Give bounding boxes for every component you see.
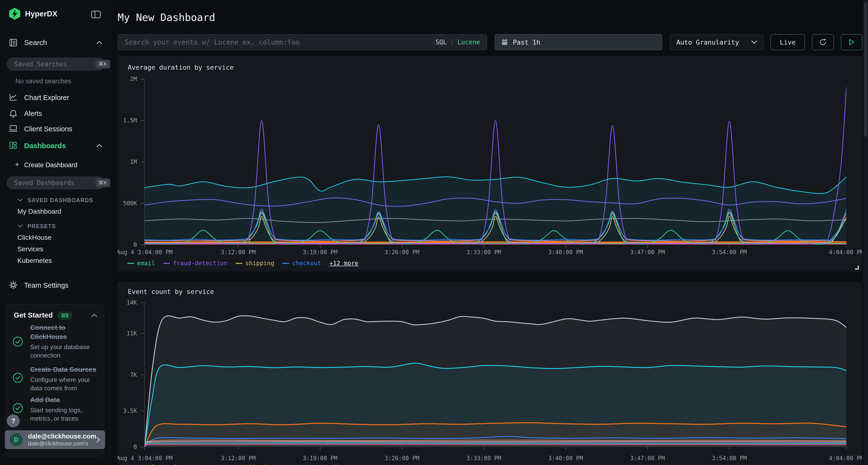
legend-item[interactable]: shipping <box>236 464 274 465</box>
sidebar-item-search[interactable]: Search <box>0 37 111 49</box>
legend-dash <box>163 263 170 264</box>
time-range-value: Past 1h <box>513 38 540 46</box>
sidebar-collapse-icon[interactable] <box>91 10 101 19</box>
sidebar-item-my-dashboard[interactable]: My Dashboard <box>18 208 61 215</box>
user-menu[interactable]: D dale@clickhouse.com dale@clickhouse.co… <box>5 430 105 449</box>
y-axis-tick-label: 1.5M <box>118 117 137 124</box>
chart-explorer-icon <box>9 93 18 102</box>
nav-label: Chart Explorer <box>24 94 69 102</box>
legend-dash <box>127 263 134 264</box>
sidebar-item-dashboards[interactable]: Dashboards <box>0 139 111 152</box>
x-axis-tick <box>145 245 145 248</box>
x-axis-tick-label: 3:19:00 PM <box>282 455 359 462</box>
x-axis-tick-label: Aug 4 3:04:00 PM <box>118 248 183 256</box>
scrollbar-thumb[interactable] <box>864 2 867 137</box>
create-dashboard-button[interactable]: + Create Dashboard <box>0 160 111 170</box>
sidebar-item-chart-explorer[interactable]: Chart Explorer <box>0 92 111 103</box>
x-axis-tick-label: 3:26:00 PM <box>363 248 440 256</box>
legend-item[interactable]: fraud-detection <box>163 260 227 267</box>
sidebar-item-client-sessions[interactable]: Client Sessions <box>0 123 111 134</box>
sidebar-item-alerts[interactable]: Alerts <box>0 107 111 119</box>
legend-dash <box>282 263 289 264</box>
legend-item[interactable]: fraud-detection <box>163 464 227 465</box>
panel-resize-handle[interactable] <box>855 266 859 270</box>
sql-toggle[interactable]: SQL <box>435 38 447 46</box>
x-axis-tick <box>320 447 320 450</box>
y-axis-tick-label: 14K <box>118 299 137 306</box>
get-started-item[interactable]: Create Data Sources Configure where your… <box>30 365 102 393</box>
help-button[interactable]: ? <box>7 414 20 427</box>
chart-legend: emailfraud-detectionshippingcheckout+12 … <box>127 464 358 465</box>
laptop-icon <box>9 125 18 133</box>
x-axis-tick-label: 3:26:00 PM <box>363 455 440 462</box>
lucene-toggle[interactable]: Lucene <box>457 38 480 46</box>
legend-label: checkout <box>292 464 321 465</box>
y-axis-tick-label: 0 <box>118 241 137 248</box>
legend-label: email <box>137 464 155 465</box>
sidebar-item-team-settings[interactable]: Team Settings <box>0 279 111 291</box>
x-axis-tick <box>320 245 320 248</box>
y-axis-tick <box>141 79 144 79</box>
saved-dashboards-group[interactable]: SAVED DASHBOARDS <box>0 196 111 205</box>
nav-label: Alerts <box>24 110 42 118</box>
x-axis-tick-label: 3:40:00 PM <box>527 248 604 256</box>
legend-item[interactable]: shipping <box>236 260 274 267</box>
saved-searches-field[interactable] <box>14 61 95 68</box>
granularity-value: Auto Granularity <box>676 38 739 46</box>
y-axis-tick <box>141 244 144 245</box>
x-axis-tick-label: 3:54:00 PM <box>691 455 768 462</box>
x-axis-tick <box>846 245 846 248</box>
x-axis-tick-label: 3:33:00 PM <box>445 455 523 462</box>
check-circle-icon <box>12 372 23 383</box>
granularity-select[interactable]: Auto Granularity <box>670 34 764 50</box>
task-title: Add Data <box>30 395 102 404</box>
chart-legend: emailfraud-detectionshippingcheckout+12 … <box>127 260 358 267</box>
page-scrollbar[interactable] <box>863 0 868 465</box>
legend-item[interactable]: checkout <box>282 260 321 267</box>
x-axis-tick <box>238 447 239 450</box>
y-axis-tick <box>141 333 144 334</box>
event-search-input[interactable] <box>125 38 435 46</box>
chevron-up-icon <box>96 143 103 148</box>
task-title: Connect to ClickHouse <box>30 323 102 341</box>
task-desc: Configure where your data comes from <box>30 376 102 393</box>
chevron-up-icon[interactable] <box>91 313 98 318</box>
legend-label: shipping <box>245 260 274 267</box>
sidebar-item-services[interactable]: Services <box>18 245 43 253</box>
refresh-button[interactable] <box>812 34 834 50</box>
live-button[interactable]: Live <box>771 34 805 50</box>
presets-group[interactable]: PRESETS <box>0 222 111 231</box>
legend-item[interactable]: checkout <box>282 464 321 465</box>
shortcut-badge: ⌘K <box>95 178 110 187</box>
legend-item[interactable]: email <box>127 464 155 465</box>
get-started-item[interactable]: Add Data Start sending logs, metrics, or… <box>30 395 102 423</box>
task-desc: Set up your database connection <box>30 343 102 360</box>
saved-dashboards-input[interactable]: ⌘K <box>7 176 105 189</box>
x-axis-tick <box>402 245 402 248</box>
time-range-picker[interactable]: Past 1h <box>495 34 662 50</box>
legend-item[interactable]: email <box>127 260 155 267</box>
team-settings-label: Team Settings <box>24 281 68 289</box>
y-axis-tick-label: 2M <box>118 75 137 82</box>
sidebar-item-kubernetes[interactable]: Kubernetes <box>18 257 52 265</box>
sidebar-item-clickhouse[interactable]: ClickHouse <box>18 234 52 241</box>
saved-searches-input[interactable]: ⌘K <box>7 58 105 70</box>
event-search-bar[interactable]: SQL | Lucene <box>118 34 487 50</box>
chevron-down-icon <box>18 224 23 228</box>
task-title: Create Data Sources <box>30 365 102 374</box>
group-label: SAVED DASHBOARDS <box>28 197 93 204</box>
avatar: D <box>10 433 23 446</box>
legend-label: fraud-detection <box>173 260 227 267</box>
search-section-icon <box>9 38 18 47</box>
legend-more-link[interactable]: +12 more <box>329 260 358 267</box>
y-axis-tick-label: 11K <box>118 330 137 337</box>
get-started-item[interactable]: Connect to ClickHouse Set up your databa… <box>30 323 102 360</box>
play-button[interactable] <box>841 34 862 50</box>
get-started-badge: 3/3 <box>57 311 72 320</box>
legend-more-link[interactable]: +12 more <box>329 464 358 465</box>
y-axis-tick <box>141 302 144 303</box>
app-title: HyperDX <box>25 10 57 18</box>
check-circle-icon <box>12 403 23 414</box>
x-axis-tick-label: 3:33:00 PM <box>445 248 523 256</box>
saved-dashboards-field[interactable] <box>14 179 95 187</box>
